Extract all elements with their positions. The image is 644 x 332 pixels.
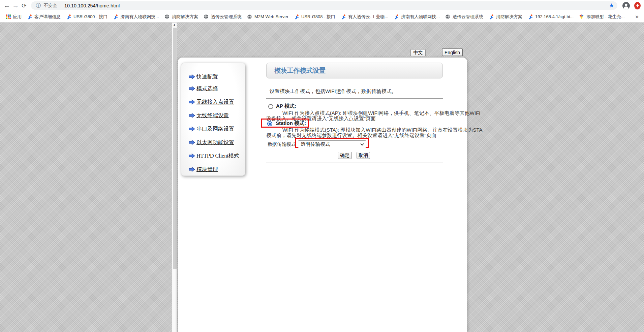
bookmark-label: 添加映射 - 花生壳... bbox=[586, 14, 624, 20]
sidebar-item-6[interactable]: 以太网功能设置 bbox=[181, 139, 234, 146]
bookmark-item[interactable]: USR-G800 - 接口 bbox=[63, 13, 110, 21]
bookmark-item[interactable]: 消防解决方案 bbox=[486, 13, 525, 21]
bookmark-item[interactable]: 添加映射 - 花生壳... bbox=[576, 13, 627, 21]
bookmark-item[interactable]: USR-G808 - 接口 bbox=[291, 13, 338, 21]
site-info-icon[interactable]: ⓘ bbox=[36, 2, 41, 9]
apps-grid-icon bbox=[6, 14, 11, 19]
globe-icon bbox=[204, 14, 209, 20]
apps-label: 应用 bbox=[13, 14, 22, 20]
bookmark-label: 透传云管理系统 bbox=[211, 14, 242, 20]
station-mode-radio[interactable] bbox=[267, 121, 272, 126]
scrollbar-up-arrow[interactable]: ▲ bbox=[172, 23, 177, 26]
usr-person-icon bbox=[294, 14, 299, 20]
bookmark-label: 有人透传云-工业物... bbox=[348, 14, 388, 20]
bookmark-label: 消防解决方案 bbox=[172, 14, 198, 20]
usr-person-icon bbox=[341, 14, 346, 20]
sidebar-item-label: 无线终端设置 bbox=[196, 112, 229, 119]
arrow-icon bbox=[189, 113, 195, 118]
divider-top bbox=[266, 98, 443, 99]
transfer-mode-select[interactable]: 透明传输模式 bbox=[298, 140, 366, 148]
page-scrollbar[interactable]: ▲ bbox=[172, 23, 177, 332]
url-text[interactable]: 10.10.100.254/home.html bbox=[64, 3, 120, 8]
bookmark-item[interactable]: 有人透传云-工业物... bbox=[338, 13, 391, 21]
ap-mode-label: AP 模式: bbox=[276, 103, 296, 109]
browser-window: ← → ⟳ ⓘ 不安全 10.10.100.254/home.html ★ bbox=[0, 0, 644, 332]
bookmark-item[interactable]: 济南有人物联网技... bbox=[110, 13, 162, 21]
web-page: ▲ 中文 English 快速配置模式选择无线接入点设置无线终端设置串口及网络设… bbox=[0, 23, 644, 332]
bookmark-label: 192.168.4.1/cgi-bi... bbox=[535, 14, 574, 19]
bookmark-label: 透传云管理系统 bbox=[453, 14, 483, 20]
usr-person-icon bbox=[394, 14, 399, 20]
bookmark-item[interactable]: M2M Web Server bbox=[244, 13, 291, 21]
sidebar-item-5[interactable]: 串口及网络设置 bbox=[181, 125, 234, 133]
address-bar[interactable]: ⓘ 不安全 10.10.100.254/home.html ★ bbox=[31, 1, 617, 10]
sidebar-item-2[interactable]: 模式选择 bbox=[181, 85, 218, 92]
transfer-mode-selected-option: 透明传输模式 bbox=[301, 141, 330, 147]
main-panel: 快速配置模式选择无线接入点设置无线终端设置串口及网络设置以太网功能设置HTTPD… bbox=[178, 57, 467, 332]
bookmark-label: USR-G808 - 接口 bbox=[301, 14, 335, 20]
station-mode-label: Station 模式: bbox=[276, 120, 306, 127]
bookmarks-bar: 应用 客户详细信息USR-G800 - 接口济南有人物联网技...消防解决方案透… bbox=[0, 11, 644, 23]
page-title: 模块工作模式设置 bbox=[274, 66, 326, 75]
sidebar-item-label: 快速配置 bbox=[196, 73, 218, 80]
arrow-icon bbox=[189, 140, 195, 145]
arrow-icon bbox=[189, 126, 195, 132]
arrow-icon bbox=[189, 167, 195, 172]
bookmark-item[interactable]: 透传云管理系统 bbox=[201, 13, 244, 21]
sidebar-item-label: 以太网功能设置 bbox=[196, 139, 234, 146]
module-description: 设置模块工作模式，包括WIFI运作模式，数据传输模式。 bbox=[270, 88, 397, 95]
usr-person-icon bbox=[27, 14, 32, 20]
usr-person-icon bbox=[528, 14, 533, 20]
sidebar-item-1[interactable]: 快速配置 bbox=[181, 73, 218, 80]
sidebar-item-3[interactable]: 无线接入点设置 bbox=[181, 98, 234, 106]
scrollbar-thumb[interactable] bbox=[173, 28, 177, 269]
ap-mode-radio[interactable] bbox=[268, 104, 273, 109]
sidebar-item-8[interactable]: 模块管理 bbox=[181, 166, 218, 173]
lang-chinese-button[interactable]: 中文 bbox=[410, 49, 426, 56]
sidebar-item-7[interactable]: HTTPD Client模式 bbox=[181, 152, 239, 160]
lang-english-button[interactable]: English bbox=[442, 48, 463, 56]
bookmark-item[interactable]: 192.168.4.1/cgi-bi... bbox=[525, 13, 576, 21]
sidebar-item-label: 模式选择 bbox=[196, 85, 218, 92]
bookmark-label: 客户详细信息 bbox=[34, 14, 61, 20]
arrow-icon bbox=[189, 86, 195, 91]
bookmark-label: M2M Web Server bbox=[254, 14, 288, 19]
browser-update-icon[interactable] bbox=[634, 2, 641, 9]
usr-person-icon bbox=[66, 14, 71, 20]
omnibox-divider bbox=[61, 3, 61, 8]
bookmark-label: USR-G800 - 接口 bbox=[73, 14, 108, 20]
back-button[interactable]: ← bbox=[3, 2, 11, 9]
apps-button[interactable]: 应用 bbox=[3, 13, 24, 21]
page-title-bar: 模块工作模式设置 bbox=[266, 63, 443, 78]
sidebar-item-label: 串口及网络设置 bbox=[196, 126, 234, 133]
bookmark-item[interactable]: 客户详细信息 bbox=[24, 13, 63, 21]
forward-button[interactable]: → bbox=[11, 2, 20, 9]
arrow-icon bbox=[189, 99, 195, 105]
bookmark-item[interactable]: 消防解决方案 bbox=[162, 13, 201, 21]
sidebar-item-4[interactable]: 无线终端设置 bbox=[181, 112, 229, 119]
bookmark-item[interactable]: 透传云管理系统 bbox=[442, 13, 486, 21]
divider-bottom bbox=[266, 163, 443, 163]
sidebar-item-label: 无线接入点设置 bbox=[196, 99, 234, 106]
profile-icon[interactable] bbox=[622, 2, 630, 10]
globe-icon bbox=[247, 14, 252, 20]
bookmark-item[interactable]: 济南有人物联网技... bbox=[391, 13, 442, 21]
bookmark-label: 消防解决方案 bbox=[496, 14, 522, 20]
browser-toolbar: ← → ⟳ ⓘ 不安全 10.10.100.254/home.html ★ bbox=[0, 0, 644, 11]
reload-button[interactable]: ⟳ bbox=[20, 2, 28, 9]
ok-button[interactable]: 确定 bbox=[338, 152, 352, 159]
security-label: 不安全 bbox=[43, 3, 57, 9]
arrow-icon bbox=[189, 153, 195, 159]
usr-person-icon bbox=[489, 14, 494, 20]
chevron-down-icon bbox=[360, 143, 364, 146]
usr-person-icon bbox=[113, 14, 118, 20]
arrow-icon bbox=[189, 74, 195, 79]
cancel-button[interactable]: 取消 bbox=[357, 152, 370, 159]
globe-icon bbox=[445, 14, 451, 20]
bookmark-label: 济南有人物联网技... bbox=[401, 14, 440, 20]
sidebar-item-label: HTTPD Client模式 bbox=[196, 153, 239, 160]
peanut-icon bbox=[579, 14, 584, 20]
bookmark-star-icon[interactable]: ★ bbox=[609, 2, 614, 9]
transfer-mode-label: 数据传输模式 bbox=[268, 141, 296, 147]
bookmarks-overflow-chevron[interactable]: » bbox=[632, 13, 642, 20]
